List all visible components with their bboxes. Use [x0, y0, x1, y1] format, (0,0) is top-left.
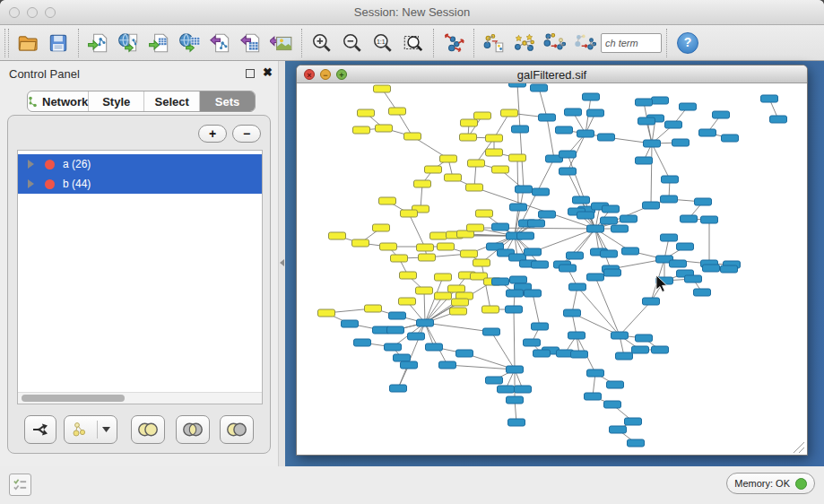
graph-node-blue[interactable]	[567, 252, 584, 259]
graph-node-blue[interactable]	[525, 290, 542, 297]
expander-icon[interactable]	[28, 160, 34, 169]
graph-node-blue[interactable]	[559, 151, 577, 158]
graph-node-blue[interactable]	[515, 386, 532, 393]
graph-node-blue[interactable]	[636, 99, 653, 106]
graph-edge[interactable]	[652, 143, 670, 179]
graph-node-yellow[interactable]	[404, 133, 421, 140]
graph-node-blue[interactable]	[620, 215, 638, 222]
export-network-button[interactable]	[205, 28, 236, 58]
graph-node-yellow[interactable]	[438, 243, 455, 250]
graph-node-blue[interactable]	[598, 134, 615, 141]
graph-node-yellow[interactable]	[401, 210, 418, 217]
graph-node-blue[interactable]	[665, 121, 682, 128]
graph-node-blue[interactable]	[770, 116, 787, 123]
import-network-file-button[interactable]	[83, 28, 114, 58]
graph-node-blue[interactable]	[565, 109, 582, 116]
graph-node-blue[interactable]	[385, 343, 402, 351]
graph-node-blue[interactable]	[342, 320, 359, 327]
graph-node-blue[interactable]	[670, 260, 687, 267]
graph-node-yellow[interactable]	[373, 224, 390, 231]
graph-edge[interactable]	[447, 365, 515, 369]
search-input[interactable]	[601, 33, 662, 53]
graph-node-yellow[interactable]	[466, 184, 483, 191]
graph-node-yellow[interactable]	[435, 292, 452, 300]
graph-node-yellow[interactable]	[486, 149, 503, 156]
graph-node-blue[interactable]	[559, 168, 577, 175]
graph-node-yellow[interactable]	[474, 112, 491, 119]
graph-node-blue[interactable]	[603, 205, 620, 213]
split-sets-button[interactable]	[24, 415, 56, 444]
graph-node-blue[interactable]	[426, 343, 443, 351]
tab-sets[interactable]: Sets	[200, 91, 255, 111]
graph-node-blue[interactable]	[695, 198, 712, 205]
graph-edge[interactable]	[424, 291, 425, 323]
import-table-url-button[interactable]	[175, 28, 205, 58]
graph-node-blue[interactable]	[601, 217, 618, 224]
graph-node-blue[interactable]	[644, 140, 661, 147]
graph-edge[interactable]	[595, 277, 620, 335]
export-table-button[interactable]	[236, 28, 266, 58]
graph-node-blue[interactable]	[577, 130, 594, 137]
graph-node-blue[interactable]	[643, 202, 660, 209]
zoom-actual-size-button[interactable]: 1:1	[368, 28, 398, 58]
graph-node-blue[interactable]	[569, 283, 586, 291]
graph-node-yellow[interactable]	[482, 306, 499, 313]
graph-node-blue[interactable]	[524, 339, 541, 346]
add-set-button[interactable]: +	[198, 125, 227, 143]
graph-node-yellow[interactable]	[486, 135, 503, 142]
graph-node-blue[interactable]	[390, 385, 407, 392]
graph-node-yellow[interactable]	[414, 180, 431, 187]
graph-node-yellow[interactable]	[416, 287, 433, 294]
graph-node-yellow[interactable]	[492, 166, 509, 173]
graph-edge[interactable]	[517, 158, 518, 207]
memory-status-button[interactable]: Memory: OK	[726, 473, 815, 494]
graph-node-blue[interactable]	[625, 418, 642, 425]
panel-splitter[interactable]	[278, 61, 285, 466]
graph-node-yellow[interactable]	[399, 298, 416, 305]
graph-node-blue[interactable]	[533, 188, 550, 196]
new-network-selected-nodes-button[interactable]	[540, 28, 570, 58]
graph-node-yellow[interactable]	[476, 210, 493, 217]
graph-node-yellow[interactable]	[501, 109, 518, 117]
graph-node-blue[interactable]	[507, 396, 524, 404]
graph-node-blue[interactable]	[610, 426, 627, 433]
graph-node-blue[interactable]	[408, 333, 425, 340]
graph-node-yellow[interactable]	[509, 154, 526, 161]
close-panel-icon[interactable]: ✖	[263, 65, 273, 79]
graph-node-blue[interactable]	[389, 312, 406, 319]
graph-node-blue[interactable]	[498, 386, 515, 393]
graph-node-blue[interactable]	[507, 366, 524, 373]
graph-node-yellow[interactable]	[365, 305, 382, 312]
graph-node-blue[interactable]	[507, 290, 524, 297]
graph-node-blue[interactable]	[636, 335, 653, 342]
graph-node-yellow[interactable]	[374, 85, 391, 92]
graph-node-blue[interactable]	[699, 129, 716, 136]
graph-edge[interactable]	[409, 213, 425, 248]
graph-node-blue[interactable]	[439, 361, 456, 369]
save-session-button[interactable]	[43, 28, 74, 58]
graph-node-blue[interactable]	[604, 401, 621, 408]
graph-node-yellow[interactable]	[425, 166, 442, 173]
graph-node-yellow[interactable]	[379, 197, 396, 204]
graph-node-yellow[interactable]	[352, 239, 369, 247]
graph-edge[interactable]	[651, 143, 652, 205]
graph-node-yellow[interactable]	[467, 224, 484, 231]
network-canvas[interactable]	[297, 83, 807, 455]
intersect-sets-button[interactable]	[176, 415, 210, 444]
zoom-in-button[interactable]	[307, 28, 337, 58]
graph-node-blue[interactable]	[532, 323, 549, 330]
graph-node-yellow[interactable]	[461, 119, 478, 126]
graph-node-blue[interactable]	[701, 216, 718, 223]
graph-node-blue[interactable]	[636, 157, 653, 164]
graph-edge[interactable]	[533, 293, 540, 326]
graph-node-blue[interactable]	[587, 274, 604, 281]
graph-node-blue[interactable]	[632, 346, 649, 353]
graph-node-blue[interactable]	[661, 196, 678, 203]
task-history-button[interactable]	[9, 474, 31, 496]
zoom-selected-button[interactable]	[398, 28, 429, 58]
graph-node-blue[interactable]	[573, 196, 590, 204]
graph-node-yellow[interactable]	[468, 160, 485, 167]
set-row-b[interactable]: b (44)	[18, 174, 262, 194]
import-network-url-button[interactable]	[114, 28, 144, 58]
graph-node-blue[interactable]	[703, 265, 720, 272]
